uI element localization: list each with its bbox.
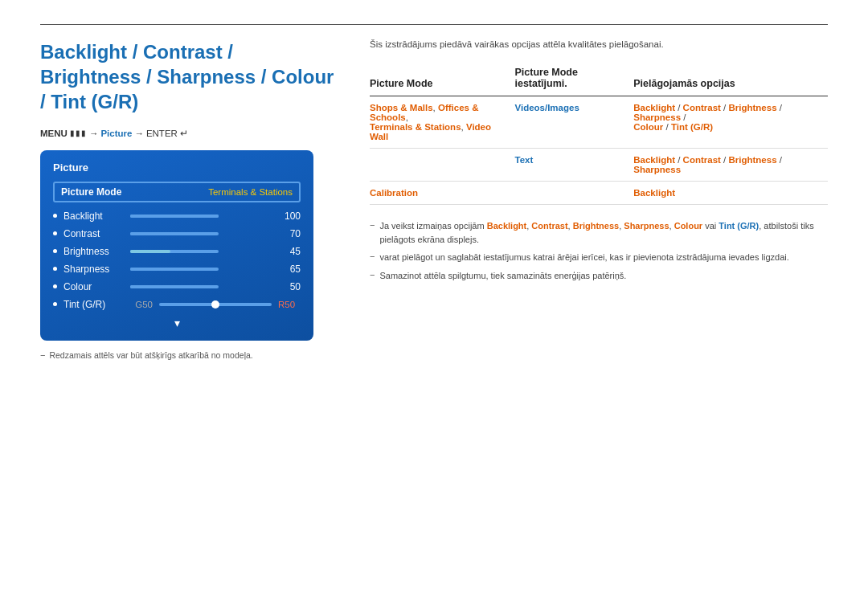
tint-name: Tint (G/R)	[63, 299, 124, 310]
table-row: Calibration Backlight	[370, 182, 828, 205]
enter-icon: ↵	[180, 128, 188, 139]
slider-name-contrast: Contrast	[63, 228, 124, 239]
content-row: Backlight / Contrast / Brightness / Shar…	[40, 39, 828, 360]
setting-text: Text	[514, 155, 533, 165]
picture-mode-value: Terminals & Stations	[208, 187, 293, 197]
slider-dot	[53, 284, 57, 288]
setting-videos: Videos/Images	[514, 103, 579, 112]
slider-row-contrast: Contrast 70	[53, 228, 301, 239]
opt-backlight-3: Backlight	[633, 188, 675, 198]
opt-brightness-2: Brightness	[728, 155, 776, 165]
table-cell-setting-1: Videos/Images	[514, 96, 633, 149]
chevron-down-icon[interactable]: ▾	[53, 317, 301, 329]
menu-label: MENU	[40, 129, 68, 138]
opt-brightness-1: Brightness	[728, 103, 776, 112]
picture-panel: Picture Picture Mode Terminals & Station…	[40, 150, 313, 341]
slider-row-colour: Colour 50	[53, 281, 301, 292]
note-tint: Tint (G/R)	[719, 221, 759, 231]
slider-track-colour[interactable]	[130, 285, 272, 288]
note-backlight: Backlight	[487, 221, 527, 231]
mode-calibration: Calibration	[370, 188, 418, 198]
panel-title: Picture	[53, 161, 301, 174]
mode-sep2: ,	[406, 112, 408, 122]
menu-nav: MENU ▮▮▮ → Picture → ENTER ↵	[40, 128, 338, 139]
slider-value-colour: 50	[278, 281, 301, 292]
footer-dash: −	[40, 350, 45, 360]
note-dash-1: −	[370, 220, 375, 230]
left-footer: − Redzamais attēls var būt atšķirīgs atk…	[40, 350, 338, 360]
table-cell-mode-3: Calibration	[370, 182, 514, 205]
note-row-3: − Samazinot attēla spilgtumu, tiek samaz…	[370, 269, 828, 283]
slider-value-contrast: 70	[278, 228, 301, 239]
slider-dot	[53, 249, 57, 253]
slider-dot	[53, 214, 57, 218]
tint-row: Tint (G/R) G50 R50	[53, 299, 301, 310]
note-row-1: − Ja veikst izmaiņas opcijām Backlight, …	[370, 219, 828, 246]
note-text-3: Samazinot attēla spilgtumu, tiek samazin…	[379, 269, 626, 283]
note-row-2: − varat pielāgot un saglabāt iestatījumu…	[370, 251, 828, 264]
note-brightness: Brightness	[573, 221, 619, 231]
enter-label: ENTER	[146, 129, 178, 138]
slider-track-contrast[interactable]	[130, 232, 272, 235]
note-colour: Colour	[674, 221, 702, 231]
slider-value-backlight: 100	[278, 210, 301, 222]
table-row: Text Backlight / Contrast / Brightness /…	[370, 149, 828, 182]
page-container: Backlight / Contrast / Brightness / Shar…	[0, 0, 868, 384]
table-header-mode: Picture Mode	[370, 62, 514, 96]
slider-track-sharpness[interactable]	[130, 268, 272, 271]
mode-terminals: Terminals & Stations	[370, 122, 461, 132]
slider-value-sharpness: 65	[278, 264, 301, 275]
table-cell-mode-2	[370, 149, 514, 182]
table-cell-options-2: Backlight / Contrast / Brightness / Shar…	[633, 149, 828, 182]
slider-name-brightness: Brightness	[63, 246, 124, 257]
notes-container: − Ja veikst izmaiņas opcijām Backlight, …	[370, 219, 828, 282]
info-table: Picture Mode Picture Mode iestatījumi. P…	[370, 62, 828, 205]
opt-contrast-2: Contrast	[683, 155, 721, 165]
table-cell-setting-3	[514, 182, 633, 205]
tint-g-label: G50	[130, 300, 153, 309]
table-header-setting: Picture Mode iestatījumi.	[514, 62, 633, 96]
slider-name-backlight: Backlight	[63, 210, 124, 222]
mode-shops: Shops & Malls	[370, 103, 433, 112]
note-contrast: Contrast	[531, 221, 567, 231]
menu-icon: ▮▮▮	[70, 129, 87, 137]
table-cell-setting-2: Text	[514, 149, 633, 182]
footer-text: Redzamais attēls var būt atšķirīgs atkar…	[49, 350, 252, 360]
sliders-container: Backlight 100 Contrast	[53, 210, 301, 292]
slider-name-sharpness: Sharpness	[63, 264, 124, 275]
opt-sharpness-1: Sharpness	[633, 112, 681, 122]
right-intro: Šis izstrādājums piedāvā vairākas opcija…	[370, 39, 828, 49]
note-sharpness: Sharpness	[624, 221, 669, 231]
slider-dot-tint	[53, 302, 57, 306]
slider-name-colour: Colour	[63, 281, 124, 292]
table-row: Shops & Malls, Offices & Schools, Termin…	[370, 96, 828, 149]
picture-mode-row[interactable]: Picture Mode Terminals & Stations	[53, 182, 301, 202]
page-title: Backlight / Contrast / Brightness / Shar…	[40, 39, 338, 115]
right-section: Šis izstrādājums piedāvā vairākas opcija…	[370, 39, 828, 360]
table-cell-options-3: Backlight	[633, 182, 828, 205]
arrow-1: →	[89, 129, 99, 138]
opt-sharpness-2: Sharpness	[633, 165, 681, 174]
slider-row-backlight: Backlight 100	[53, 210, 301, 222]
opt-backlight-1: Backlight	[633, 103, 675, 112]
tint-track[interactable]	[159, 303, 272, 306]
opt-contrast-1: Contrast	[683, 103, 721, 112]
slider-track-brightness[interactable]	[130, 250, 272, 253]
picture-mode-label: Picture Mode	[61, 186, 121, 198]
left-section: Backlight / Contrast / Brightness / Shar…	[40, 39, 338, 360]
opt-colour-1: Colour	[633, 122, 663, 132]
slider-dot	[53, 267, 57, 271]
table-cell-mode-1: Shops & Malls, Offices & Schools, Termin…	[370, 96, 514, 149]
top-divider	[40, 24, 828, 25]
note-dash-3: −	[370, 270, 375, 280]
note-text-2: varat pielāgot un saglabāt iestatījumus …	[379, 251, 788, 264]
opt-backlight-2: Backlight	[633, 155, 675, 165]
opt-tint-1: Tint (G/R)	[671, 122, 713, 132]
table-header-options: Pielāgojamās opcijas	[633, 62, 828, 96]
note-text-1: Ja veikst izmaiņas opcijām Backlight, Co…	[379, 219, 828, 246]
slider-value-brightness: 45	[278, 246, 301, 257]
slider-row-brightness: Brightness 45	[53, 246, 301, 257]
arrow-2: →	[134, 129, 144, 138]
picture-link[interactable]: Picture	[100, 129, 132, 138]
slider-track-backlight[interactable]	[130, 215, 272, 218]
